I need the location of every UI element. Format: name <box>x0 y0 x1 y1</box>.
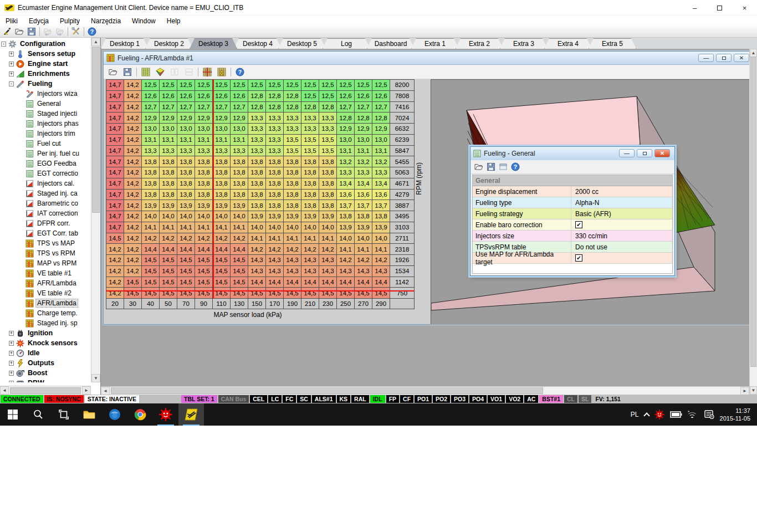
tree-item-tps-vs-rpm[interactable]: TPS vs RPM <box>0 248 91 258</box>
afr-cell[interactable]: 14,4 <box>195 244 213 255</box>
expand-icon[interactable]: + <box>9 331 14 336</box>
afr-cell[interactable]: 13,9 <box>142 200 160 211</box>
afr-cell[interactable]: 12,7 <box>195 102 213 113</box>
taskbar-explorer-icon[interactable] <box>76 403 102 426</box>
afr-cell[interactable]: 13,9 <box>248 211 266 222</box>
afr-cell[interactable]: 14,2 <box>124 112 142 124</box>
afr-cell[interactable]: 14,2 <box>124 222 142 233</box>
afr-cell[interactable]: 14,2 <box>106 244 124 255</box>
help-button[interactable]: ? <box>233 66 247 78</box>
afr-cell[interactable]: 14,5 <box>177 255 195 266</box>
afr-cell[interactable]: 13,3 <box>319 124 337 135</box>
expand-icon[interactable]: + <box>9 371 14 376</box>
afr-cell[interactable]: 14,5 <box>160 288 177 299</box>
tab-desktop-5[interactable]: Desktop 5 <box>278 38 326 49</box>
afr-cell[interactable]: 12,8 <box>248 91 266 102</box>
tree-item-general[interactable]: General <box>0 99 91 109</box>
fueling-afr-window-titlebar[interactable]: Fueling - AFR/Lambda #1 — ✕ <box>104 52 754 65</box>
expand-icon[interactable]: + <box>9 341 14 346</box>
app-close-button[interactable]: × <box>732 0 757 16</box>
tree-item-injectors-cal-[interactable]: Injectors cal. <box>0 178 91 188</box>
afr-cell[interactable]: 14,7 <box>106 200 124 211</box>
afr-cell[interactable]: 14,2 <box>266 244 284 255</box>
afr-cell[interactable]: 12,6 <box>355 91 372 102</box>
afr-cell[interactable]: 13,1 <box>177 135 195 146</box>
afr-cell[interactable]: 13,8 <box>337 211 355 222</box>
afr-cell[interactable]: 14,5 <box>124 277 142 288</box>
afr-cell[interactable]: 13,8 <box>195 156 213 167</box>
afr-cell[interactable]: 14,0 <box>160 211 177 222</box>
tree-item-configuration[interactable]: -Configuration <box>0 39 91 49</box>
afr-cell[interactable]: 13,3 <box>266 124 284 135</box>
afr-cell[interactable]: 14,2 <box>284 244 301 255</box>
afr-cell[interactable]: 13,2 <box>337 156 355 167</box>
afr-cell[interactable]: 14,4 <box>266 277 284 288</box>
tree-item-sensors-setup[interactable]: +Sensors setup <box>0 49 91 59</box>
afr-cell[interactable]: 13,1 <box>195 135 213 146</box>
afr-cell[interactable]: 13,8 <box>248 178 266 190</box>
window-maximize-button[interactable] <box>716 54 732 62</box>
tree-item-ego-feedba[interactable]: EGO Feedba <box>0 158 91 168</box>
afr-cell[interactable]: 12,9 <box>231 112 248 124</box>
tree-item-enrichments[interactable]: +Enrichments <box>0 69 91 79</box>
afr-cell[interactable]: 13,8 <box>319 178 337 190</box>
afr-cell[interactable]: 14,5 <box>319 288 337 299</box>
afr-cell[interactable]: 12,9 <box>142 112 160 124</box>
afr-cell[interactable]: 13,0 <box>177 124 195 135</box>
afr-cell[interactable]: 12,9 <box>355 124 372 135</box>
afr-cell[interactable]: 14,2 <box>301 244 319 255</box>
afr-cell[interactable]: 14,4 <box>372 277 390 288</box>
afr-cell[interactable]: 14,1 <box>195 222 213 233</box>
afr-cell[interactable]: 14,2 <box>124 91 142 102</box>
tab-extra-1[interactable]: Extra 1 <box>411 38 459 49</box>
afr-cell[interactable]: 13,4 <box>355 178 372 190</box>
afr-cell[interactable]: 12,5 <box>248 80 266 91</box>
taskbar-search-icon[interactable] <box>25 403 51 426</box>
table-view-button[interactable] <box>139 66 153 78</box>
scroll-up-icon[interactable]: ▲ <box>750 49 757 57</box>
afr-cell[interactable]: 13,0 <box>355 135 372 146</box>
afr-cell[interactable]: 12,8 <box>301 102 319 113</box>
afr-cell[interactable]: 13,8 <box>213 167 231 178</box>
sidebar-horizontal-scrollbar[interactable]: ◄ ► <box>0 386 91 395</box>
afr-cell[interactable]: 14,5 <box>106 233 124 244</box>
tab-extra-2[interactable]: Extra 2 <box>456 38 503 49</box>
clock[interactable]: 11:37 2015-11-05 <box>720 407 750 422</box>
afr-cell[interactable]: 12,5 <box>284 80 301 91</box>
afr-cell[interactable]: 14,3 <box>319 266 337 277</box>
afr-cell[interactable]: 14,3 <box>284 255 301 266</box>
afr-cell[interactable]: 13,3 <box>301 124 319 135</box>
tree-item-outputs[interactable]: +Outputs <box>0 358 91 368</box>
afr-cell[interactable]: 14,2 <box>124 266 142 277</box>
afr-cell[interactable]: 14,4 <box>319 277 337 288</box>
afr-cell[interactable]: 13,8 <box>301 178 319 190</box>
afr-cell[interactable]: 13,2 <box>355 156 372 167</box>
afr-cell[interactable]: 13,9 <box>231 200 248 211</box>
scroll-up-icon[interactable]: ▲ <box>91 38 100 46</box>
afr-cell[interactable]: 13,9 <box>177 200 195 211</box>
afr-cell[interactable]: 13,8 <box>231 167 248 178</box>
afr-cell[interactable]: 14,5 <box>142 255 160 266</box>
taskbar-taskview-icon[interactable] <box>51 403 76 426</box>
tab-desktop-4[interactable]: Desktop 4 <box>234 38 282 49</box>
afr-cell[interactable]: 14,0 <box>284 222 301 233</box>
afr-cell[interactable]: 12,8 <box>372 112 390 124</box>
afr-cell[interactable]: 14,2 <box>124 244 142 255</box>
afr-cell[interactable]: 14,2 <box>124 146 142 157</box>
afr-cell[interactable]: 13,9 <box>319 211 337 222</box>
afr-cell[interactable]: 13,3 <box>337 167 355 178</box>
afr-cell[interactable]: 14,0 <box>337 233 355 244</box>
afr-cell[interactable]: 14,0 <box>372 233 390 244</box>
menu-item-pliki[interactable]: Pliki <box>0 17 23 25</box>
afr-cell[interactable]: 12,7 <box>355 102 372 113</box>
dialog-floppy-button[interactable] <box>485 162 497 172</box>
afr-cell[interactable]: 12,7 <box>213 102 231 113</box>
save-project-button[interactable] <box>25 27 38 37</box>
tab-extra-5[interactable]: Extra 5 <box>589 38 636 49</box>
afr-cell[interactable]: 13,8 <box>301 167 319 178</box>
afr-cell[interactable]: 14,2 <box>177 233 195 244</box>
afr-cell[interactable]: 14,7 <box>106 178 124 190</box>
afr-cell[interactable]: 12,6 <box>195 91 213 102</box>
afr-cell[interactable]: 14,4 <box>248 277 266 288</box>
dialog-row-value[interactable]: 2000 cc <box>571 186 672 197</box>
